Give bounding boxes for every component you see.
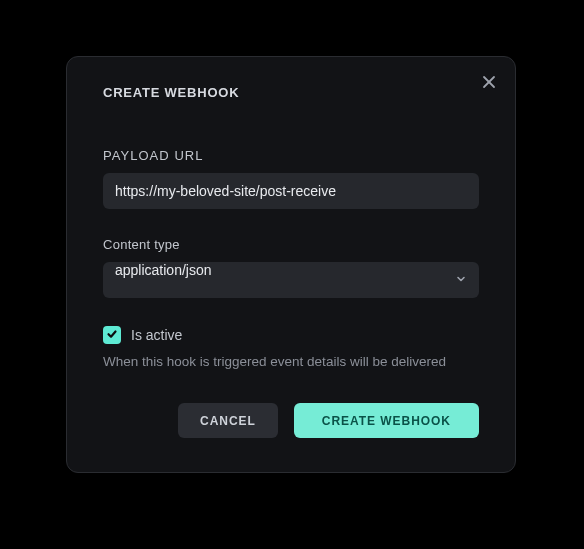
payload-url-label: PAYLOAD URL <box>103 148 479 163</box>
payload-url-field: PAYLOAD URL <box>103 148 479 209</box>
create-webhook-button[interactable]: CREATE WEBHOOK <box>294 403 479 438</box>
modal-actions: CANCEL CREATE WEBHOOK <box>103 403 479 438</box>
helper-text: When this hook is triggered event detail… <box>103 354 479 369</box>
is-active-checkbox[interactable] <box>103 326 121 344</box>
content-type-select[interactable]: application/json <box>103 262 479 298</box>
is-active-row: Is active <box>103 326 479 344</box>
check-icon <box>106 326 118 344</box>
create-webhook-modal: CREATE WEBHOOK PAYLOAD URL Content type … <box>66 56 516 473</box>
modal-title: CREATE WEBHOOK <box>103 85 479 100</box>
content-type-label: Content type <box>103 237 479 252</box>
close-icon <box>482 75 496 92</box>
is-active-label: Is active <box>131 327 182 343</box>
content-type-field: Content type application/json <box>103 237 479 298</box>
content-type-select-wrap: application/json <box>103 262 479 298</box>
close-button[interactable] <box>477 71 501 95</box>
cancel-button[interactable]: CANCEL <box>178 403 278 438</box>
payload-url-input[interactable] <box>103 173 479 209</box>
